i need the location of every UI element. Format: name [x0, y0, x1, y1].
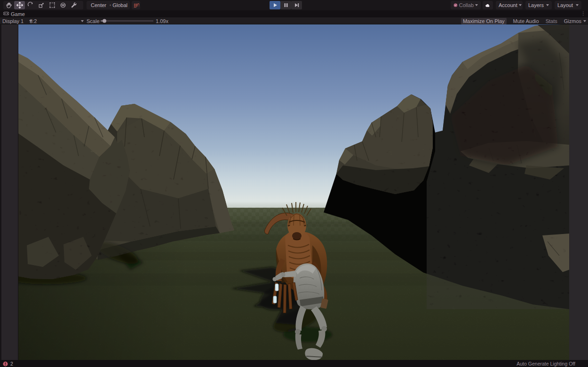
- pivot-label: Center: [91, 2, 106, 8]
- display-label: Display 1: [2, 18, 24, 24]
- snap-settings-button[interactable]: [132, 1, 140, 9]
- scale-icon: [38, 2, 45, 8]
- grid-snap-icon: [133, 2, 139, 8]
- stats-button[interactable]: Stats: [546, 18, 557, 24]
- step-icon: [294, 3, 299, 8]
- custom-tool-button[interactable]: [68, 1, 79, 9]
- space-toggle-button[interactable]: Global: [109, 1, 130, 9]
- console-status[interactable]: 2: [3, 361, 13, 367]
- rotate-icon: [27, 2, 34, 8]
- rect-tool-button[interactable]: [47, 1, 57, 9]
- wrench-icon: [71, 2, 77, 8]
- layout-label: Layout: [557, 2, 573, 8]
- cloud-button[interactable]: [483, 1, 493, 9]
- layers-label: Layers: [528, 2, 544, 8]
- game-viewport[interactable]: [18, 24, 569, 360]
- layout-dropdown[interactable]: Layout: [555, 1, 581, 9]
- pivot-toggle-button[interactable]: Center: [87, 1, 109, 9]
- lighting-status-label: Auto Generate Lighting Off: [516, 361, 575, 367]
- collab-icon: [453, 2, 458, 8]
- game-tab[interactable]: Game: [3, 10, 25, 17]
- layers-caret-icon: [546, 4, 549, 6]
- main-toolbar: Center Global Collab Account Layers Layo…: [0, 0, 588, 10]
- scale-control: Scale: [87, 17, 100, 24]
- collab-label: Collab: [459, 2, 474, 8]
- status-bar: 2 Auto Generate Lighting Off: [0, 360, 588, 367]
- pause-icon: [284, 3, 288, 8]
- aspect-label: 3:2: [30, 18, 37, 24]
- aspect-caret-icon: [81, 20, 84, 22]
- space-label: Global: [112, 2, 127, 8]
- play-button[interactable]: [270, 1, 280, 9]
- game-view-icon: [3, 12, 9, 16]
- gizmos-dropdown[interactable]: Gizmos: [564, 18, 586, 24]
- gizmos-caret-icon: [583, 20, 586, 22]
- move-icon: [16, 2, 23, 8]
- transform-icon: [60, 2, 66, 8]
- move-tool-button[interactable]: [14, 1, 25, 9]
- maximize-on-play-button[interactable]: Maximize On Play: [461, 18, 507, 24]
- viewport-right-margin: [569, 24, 588, 360]
- globe-icon: [110, 2, 111, 8]
- error-count: 2: [10, 361, 13, 367]
- account-caret-icon: [519, 4, 522, 6]
- viewport-left-margin: [0, 24, 18, 360]
- scale-slider[interactable]: [101, 17, 153, 24]
- aspect-dropdown[interactable]: 3:2: [30, 17, 84, 24]
- pause-button[interactable]: [280, 1, 291, 9]
- mute-audio-button[interactable]: Mute Audio: [513, 18, 539, 24]
- hand-icon: [6, 2, 12, 8]
- gizmos-label: Gizmos: [564, 18, 581, 24]
- left-scrollbar[interactable]: [0, 24, 1, 360]
- account-label: Account: [499, 2, 517, 8]
- scale-value-label: 1.09x: [156, 18, 168, 24]
- layers-dropdown[interactable]: Layers: [525, 1, 552, 9]
- game-tab-label: Game: [11, 11, 25, 17]
- collab-button[interactable]: Collab: [451, 1, 481, 9]
- play-icon: [273, 3, 278, 8]
- scale-slider-track: [101, 17, 153, 24]
- scale-value: 1.09x: [156, 17, 168, 24]
- game-scene: [18, 24, 569, 360]
- transform-tool-button[interactable]: [57, 1, 68, 9]
- step-button[interactable]: [291, 1, 302, 9]
- display-dropdown[interactable]: Display 1: [2, 17, 32, 24]
- game-view-toolbar: Display 1 3:2 Scale 1.09x Maximize On Pl…: [0, 17, 588, 24]
- rotate-tool-button[interactable]: [25, 1, 36, 9]
- error-badge-icon: [3, 361, 8, 367]
- view-tab-bar: Game ⋮: [0, 10, 588, 17]
- rect-icon: [49, 2, 56, 8]
- scale-label: Scale: [87, 18, 100, 24]
- hand-tool-button[interactable]: [3, 1, 14, 9]
- cloud-icon: [485, 3, 490, 8]
- collab-caret-icon: [475, 4, 478, 6]
- account-dropdown[interactable]: Account: [496, 1, 523, 9]
- game-view-options: Maximize On Play Mute Audio Stats Gizmos: [461, 17, 586, 24]
- layout-caret-icon: [576, 4, 579, 6]
- scale-slider-handle[interactable]: [103, 19, 106, 23]
- tab-menu-kebab-icon[interactable]: ⋮: [581, 11, 586, 16]
- scale-tool-button[interactable]: [36, 1, 47, 9]
